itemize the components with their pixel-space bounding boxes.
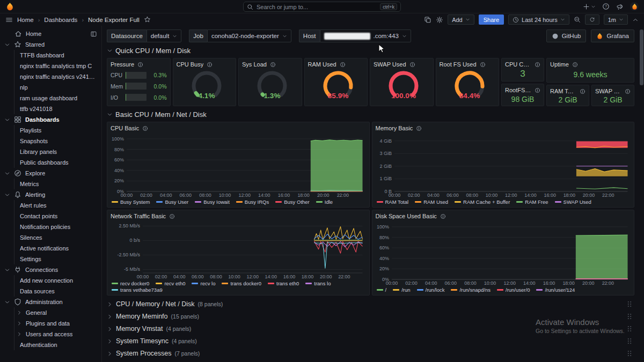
sidebar-item-silences[interactable]: Silences — [14, 232, 101, 243]
dashboard-row-memory-meminfo[interactable]: Memory Meminfo(15 panels) — [107, 311, 634, 322]
host-select[interactable]: .com:443 — [320, 29, 411, 42]
legend-item-busy-other[interactable]: Busy Other — [275, 199, 310, 205]
chart-network-traffic-basic[interactable]: 2.50 Mb/s0 b/s-2.50 Mb/s-5 Mb/s00:0002:0… — [111, 220, 366, 280]
news-button[interactable] — [616, 3, 624, 10]
legend-item-idle[interactable]: Idle — [316, 199, 333, 205]
dock-icon[interactable] — [90, 31, 97, 38]
legend-item-trans-vethabe73a9[interactable]: trans vethabe73a9 — [112, 287, 163, 293]
legend-item-busy-irqs[interactable]: Busy IRQs — [236, 199, 269, 205]
add-panel-button[interactable]: Add — [448, 14, 474, 25]
legend-item-ram-free[interactable]: RAM Free — [516, 199, 548, 205]
row-header-quick[interactable]: Quick CPU / Mem / Disk — [107, 45, 634, 56]
legend-item-recv-lo[interactable]: recv lo — [192, 280, 215, 286]
sidebar-item-plugins-and-data[interactable]: Plugins and data — [14, 318, 101, 329]
mega-menu-toggle[interactable] — [5, 16, 13, 24]
info-icon[interactable] — [625, 88, 631, 94]
sidebar-item-playlists[interactable]: Playlists — [14, 125, 101, 136]
sidebar-item-add-new-connection[interactable]: Add new connection — [14, 275, 101, 286]
legend-item-recv-eth0[interactable]: recv eth0 — [156, 280, 185, 286]
sidebar-item-nlp[interactable]: nlp — [14, 82, 101, 93]
sidebar-item-library-panels[interactable]: Library panels — [14, 146, 101, 157]
legend-item-[interactable]: / — [377, 287, 387, 293]
search-input[interactable]: Search or jump to... ctrl+k — [243, 2, 401, 12]
drag-handle-icon[interactable] — [626, 325, 633, 333]
row-header-basic[interactable]: Basic CPU / Mem / Net / Disk — [107, 109, 634, 120]
sidebar-item-home[interactable]: Home — [0, 28, 101, 39]
legend-item-ram-cache-buffer[interactable]: RAM Cache + Buffer — [455, 199, 510, 205]
drag-handle-icon[interactable] — [626, 313, 633, 320]
dashboard-row-system-timesync[interactable]: System Timesync(4 panels) — [107, 335, 634, 347]
grafana-link-button[interactable]: Grafana — [591, 29, 634, 42]
sidebar-item-explore[interactable]: Explore — [0, 168, 101, 179]
legend-item-ram-used[interactable]: RAM Used — [415, 199, 448, 205]
refresh-button[interactable] — [585, 14, 599, 25]
chart-memory-basic[interactable]: 0 B1 GiB2 GiB3 GiB4 GiB00:0002:0004:0006… — [376, 132, 631, 198]
sidebar-item-public-dashboards[interactable]: Public dashboards — [14, 157, 101, 168]
legend-item-trans-eth0[interactable]: trans eth0 — [268, 280, 299, 286]
copy-icon[interactable] — [424, 16, 431, 24]
settings-gear-icon[interactable] — [436, 16, 443, 24]
info-icon[interactable] — [142, 125, 148, 131]
info-icon[interactable] — [416, 125, 422, 131]
sidebar-item-metrics[interactable]: Metrics — [14, 179, 101, 189]
grafana-logo[interactable] — [5, 2, 14, 11]
legend-item-run-snapd-ns[interactable]: /run/snapd/ns — [451, 287, 491, 293]
share-button[interactable]: Share — [479, 14, 504, 25]
info-icon[interactable] — [207, 61, 213, 68]
github-link-button[interactable]: GitHub — [546, 29, 587, 42]
info-icon[interactable] — [535, 62, 540, 68]
info-icon[interactable] — [137, 62, 143, 68]
zoom-out-icon[interactable] — [574, 16, 581, 23]
collapse-toolbar-icon[interactable] — [632, 17, 639, 23]
sidebar-item-nginx-traffic-analytics-v241015[interactable]: nginx traffic analytics v241015 — [14, 71, 101, 82]
info-icon[interactable] — [270, 61, 276, 68]
legend-item-recv-docker0[interactable]: recv docker0 — [112, 280, 149, 286]
info-icon[interactable] — [440, 213, 446, 219]
time-range-picker[interactable]: Last 24 hours — [508, 14, 569, 25]
sidebar-item-dashboards[interactable]: Dashboards — [0, 114, 101, 125]
drag-handle-icon[interactable] — [626, 350, 633, 357]
sidebar-item-authentication[interactable]: Authentication — [14, 339, 101, 350]
sidebar-item-ttfb-v241018[interactable]: ttfb v241018 — [14, 104, 101, 114]
info-icon[interactable] — [572, 62, 578, 68]
sidebar-item-general[interactable]: General — [14, 307, 101, 318]
legend-item-trans-lo[interactable]: trans lo — [305, 280, 331, 286]
info-icon[interactable] — [480, 61, 486, 68]
dashboard-row-system-processes[interactable]: System Processes(7 panels) — [107, 348, 634, 359]
favorite-star-icon[interactable] — [144, 16, 151, 23]
breadcrumb-home[interactable]: Home — [17, 17, 34, 23]
sidebar-item-settings[interactable]: Settings — [14, 254, 101, 264]
legend-item-busy-user[interactable]: Busy User — [156, 199, 188, 205]
host-variable[interactable]: Host .com:443 — [299, 29, 411, 42]
legend-item-run[interactable]: /run — [393, 287, 410, 293]
sidebar-item-starred[interactable]: Starred — [0, 39, 101, 50]
drag-handle-icon[interactable] — [626, 337, 633, 345]
scrollbar-thumb[interactable] — [640, 29, 643, 85]
info-icon[interactable] — [535, 87, 540, 93]
sidebar-item-users-and-access[interactable]: Users and access — [14, 329, 101, 339]
legend-item-run-lock[interactable]: /run/lock — [417, 287, 445, 293]
legend-item-run-user-124[interactable]: /run/user/124 — [536, 287, 575, 293]
info-icon[interactable] — [409, 61, 415, 68]
dashboard-row-cpu-memory-net-disk[interactable]: CPU / Memory / Net / Disk(8 panels) — [107, 298, 634, 310]
sidebar-item-data-sources[interactable]: Data sources — [14, 286, 101, 297]
sidebar-item-active-notifications[interactable]: Active notifications — [14, 243, 101, 254]
dashboard-row-memory-vmstat[interactable]: Memory Vmstat(4 panels) — [107, 323, 634, 335]
legend-item-ram-total[interactable]: RAM Total — [377, 199, 409, 205]
chart-disk-space-used-basic[interactable]: 0%20%40%60%80%100%00:0002:0004:0006:0008… — [376, 220, 631, 286]
new-menu-button[interactable] — [583, 3, 596, 10]
info-icon[interactable] — [169, 213, 175, 219]
datasource-select[interactable]: default — [147, 29, 182, 42]
help-button[interactable]: ? — [602, 3, 610, 10]
legend-item-trans-docker0[interactable]: trans docker0 — [222, 280, 261, 286]
breadcrumb-dashboards[interactable]: Dashboards — [44, 17, 77, 23]
job-variable[interactable]: Job conoha02-node-exporter — [189, 29, 291, 42]
job-select[interactable]: conoha02-node-exporter — [207, 29, 291, 42]
sidebar-item-alert-rules[interactable]: Alert rules — [14, 200, 101, 211]
chart-cpu-basic[interactable]: 0%20%40%60%80%100%00:0002:0004:0006:0008… — [111, 132, 366, 198]
drag-handle-icon[interactable] — [626, 300, 633, 308]
legend-item-busy-iowait[interactable]: Busy Iowait — [195, 199, 230, 205]
datasource-variable[interactable]: Datasource default — [107, 29, 181, 42]
sidebar-item-nginx-traffic-analytics-tmp-c[interactable]: nginx traffic analytics tmp C — [14, 61, 101, 71]
sidebar-item-notification-policies[interactable]: Notification policies — [14, 221, 101, 232]
